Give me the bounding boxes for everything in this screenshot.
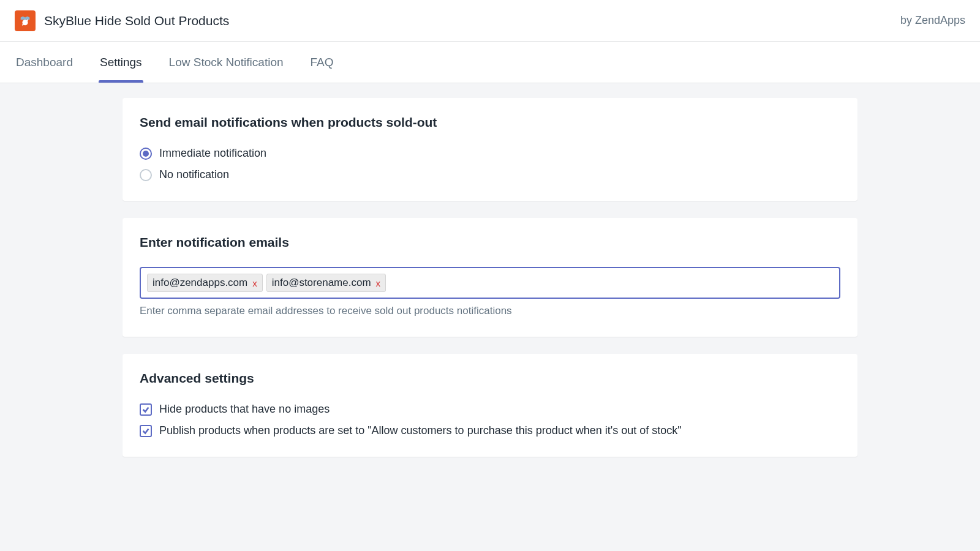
notification-radio-group: Immediate notification No notification: [140, 147, 840, 181]
checkbox-publish-out-of-stock[interactable]: Publish products when products are set t…: [140, 424, 840, 437]
radio-no-notification[interactable]: No notification: [140, 168, 840, 181]
card-notifications-title: Send email notifications when products s…: [140, 115, 840, 130]
tab-bar: Dashboard Settings Low Stock Notificatio…: [0, 42, 980, 83]
radio-icon: [140, 169, 152, 181]
content: Send email notifications when products s…: [123, 83, 858, 489]
checkbox-hide-no-images[interactable]: Hide products that have no images: [140, 403, 840, 416]
email-tag-text: info@storename.com: [272, 277, 371, 289]
email-tag-text: info@zendapps.com: [153, 277, 247, 289]
checkbox-icon: [140, 425, 152, 437]
radio-label: No notification: [159, 168, 229, 181]
tab-faq[interactable]: FAQ: [309, 42, 335, 83]
checkbox-label: Hide products that have no images: [159, 403, 330, 416]
app-icon: [15, 10, 36, 31]
radio-label: Immediate notification: [159, 147, 266, 160]
card-emails-title: Enter notification emails: [140, 235, 840, 250]
app-header: SkyBlue Hide Sold Out Products by ZendAp…: [0, 0, 980, 42]
radio-icon: [140, 148, 152, 160]
checkbox-icon: [140, 403, 152, 416]
card-advanced: Advanced settings Hide products that hav…: [123, 354, 858, 457]
card-emails: Enter notification emails info@zendapps.…: [123, 218, 858, 337]
card-advanced-title: Advanced settings: [140, 371, 840, 386]
header-byline: by ZendApps: [900, 14, 965, 27]
app-title: SkyBlue Hide Sold Out Products: [44, 13, 229, 28]
tab-settings[interactable]: Settings: [99, 42, 143, 83]
radio-immediate-notification[interactable]: Immediate notification: [140, 147, 840, 160]
email-tag-input[interactable]: info@zendapps.com x info@storename.com x: [140, 267, 840, 299]
email-tag: info@storename.com x: [266, 274, 386, 292]
email-remove-icon[interactable]: x: [252, 279, 257, 288]
email-tag: info@zendapps.com x: [147, 274, 263, 292]
tab-dashboard[interactable]: Dashboard: [15, 42, 74, 83]
card-notifications: Send email notifications when products s…: [123, 98, 858, 201]
email-remove-icon[interactable]: x: [376, 279, 381, 288]
header-left: SkyBlue Hide Sold Out Products: [15, 10, 229, 31]
email-text-input[interactable]: [390, 274, 833, 291]
checkbox-label: Publish products when products are set t…: [159, 424, 682, 437]
email-help-text: Enter comma separate email addresses to …: [140, 305, 840, 317]
tab-low-stock-notification[interactable]: Low Stock Notification: [168, 42, 285, 83]
advanced-checkbox-group: Hide products that have no images Publis…: [140, 403, 840, 437]
